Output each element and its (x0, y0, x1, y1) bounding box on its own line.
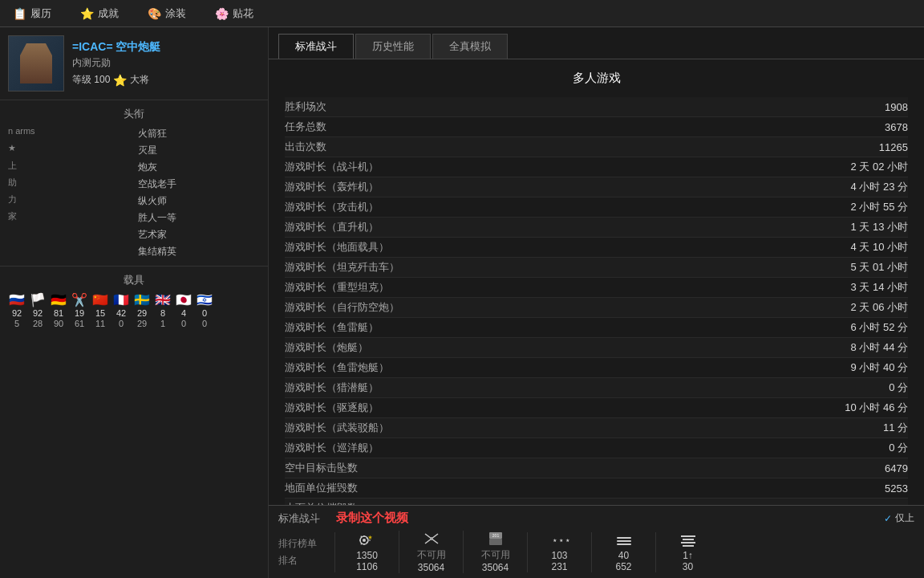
stat-label: 游戏时长（鱼雷艇） (285, 320, 379, 335)
flag-top-num: 29 (133, 308, 151, 318)
title-right-7: 艺术家 (138, 227, 260, 242)
flag-bot-num: 0 (175, 319, 192, 328)
table-row: 游戏时长（武装驳船） 11 分 (285, 418, 908, 438)
nav-paint[interactable]: 🎨 涂装 (141, 3, 192, 24)
bars-icon (614, 532, 634, 548)
flag-icon: 🇬🇧 (155, 292, 171, 307)
stat-value: 5253 (885, 482, 908, 495)
flag-top-num: 92 (8, 308, 26, 318)
stat-label: 地面单位摧毁数 (285, 481, 358, 495)
svg-rect-10 (617, 537, 631, 539)
flag-top-num: 81 (50, 308, 67, 318)
svg-rect-12 (617, 543, 631, 545)
table-row: 游戏时长（鱼雷炮艇） 9 小时 40 分 (285, 358, 908, 378)
rank-col-5-rank: 652 (615, 561, 631, 572)
stat-label: 游戏时长（武装驳船） (285, 421, 389, 435)
stat-value: 4 小时 23 分 (850, 180, 908, 194)
table-row: 游戏时长（地面载具） 4 天 10 小时 (285, 238, 908, 258)
flag-item: 🇯🇵 4 0 (175, 292, 192, 328)
rank-col-2-lb: 不可用 (417, 548, 446, 562)
rank-col-4-rank: 231 (551, 561, 567, 572)
left-panel: =ICAC= 空中炮艇 内测元勋 等级 100 ⭐ 大将 头衔 n arms 火… (0, 27, 269, 578)
table-row: 水面单位摧毁数 1156 (285, 499, 908, 505)
stat-label: 游戏时长（巡洋舰） (285, 441, 379, 455)
avatar (8, 35, 64, 92)
flag-top-num: 0 (196, 308, 213, 318)
flag-bot-num: 1 (154, 319, 172, 328)
flag-item: 🏳️ 92 28 (29, 292, 47, 328)
title-left-7 (8, 227, 130, 242)
stat-value: 1908 (885, 101, 908, 113)
top-navigation: 📋 履历 ⭐ 成就 🎨 涂装 🌸 贴花 (0, 0, 924, 27)
nav-achievements[interactable]: ⭐ 成就 (74, 3, 125, 24)
table-row: 游戏时长（轰炸机） 4 小时 23 分 (285, 177, 908, 197)
player-tag: =ICAC= (72, 40, 113, 53)
svg-rect-16 (683, 545, 694, 547)
stat-value: 8 小时 44 分 (850, 340, 908, 355)
flag-icon: 🇸🇪 (134, 292, 150, 307)
player-callsign: =ICAC= 空中炮艇 (72, 40, 260, 55)
stat-label: 游戏时长（坦克歼击车） (285, 260, 399, 275)
table-row: 游戏时长（自行防空炮） 2 天 06 小时 (285, 298, 908, 318)
cross-swords-icon (422, 531, 441, 547)
flag-item: 🇬🇧 8 1 (154, 292, 172, 328)
tab-history[interactable]: 历史性能 (355, 34, 431, 59)
table-row: 游戏时长（巡洋舰） 0 分 (285, 438, 908, 458)
player-rank: 等级 100 ⭐ 大将 (72, 73, 260, 87)
title-right-5: 纵火师 (138, 193, 260, 209)
table-row: 游戏时长（炮艇） 8 小时 44 分 (285, 338, 908, 358)
title-left-6: 家 (8, 210, 130, 226)
flag-top-num: 19 (71, 308, 88, 318)
gear-star-icon (358, 532, 377, 548)
stat-value: 0 分 (889, 441, 908, 455)
tab-realistic[interactable]: 全真模拟 (432, 34, 508, 59)
rank-col-1-rank: 1106 (356, 561, 378, 572)
multiplayer-title: 多人游戏 (285, 67, 908, 89)
stat-label: 游戏时长（地面载具） (285, 240, 389, 254)
only-label: ✓ 仅上 (884, 511, 914, 525)
svg-rect-14 (683, 539, 694, 540)
ranking-col-4: ⋆⋆⋆ 103 231 (527, 532, 591, 572)
flag-bot-num: 0 (196, 319, 213, 328)
table-row: 游戏时长（猎潜艇） 0 分 (285, 378, 908, 398)
stat-label: 出击次数 (285, 140, 326, 154)
stat-value: 10 小时 46 分 (845, 401, 908, 415)
flag-bot-num: 90 (50, 319, 67, 328)
std-battle-label: 标准战斗 (278, 511, 320, 526)
ranking-col-5: 40 652 (591, 532, 655, 572)
table-row: 空中目标击坠数 6479 (285, 458, 908, 478)
bottom-bar-top: 标准战斗 录制这个视频 ✓ 仅上 (278, 511, 914, 526)
stats-section: 多人游戏 胜利场次 1908 任务总数 3678 出击次数 11265 游戏时长… (269, 59, 924, 505)
stat-label: 游戏时长（炮艇） (285, 340, 368, 355)
history-icon: 📋 (13, 7, 26, 20)
player-subtitle: 内测元勋 (72, 56, 260, 70)
svg-rect-13 (681, 535, 695, 537)
stat-label: 游戏时长（重型坦克） (285, 280, 389, 295)
nav-paint-label: 涂装 (165, 6, 186, 21)
flag-top-num: 4 (175, 308, 192, 318)
record-video-button[interactable]: 录制这个视频 (336, 511, 408, 526)
stat-value: 6 小时 52 分 (850, 320, 908, 335)
flag-bot-num: 28 (29, 319, 47, 328)
nav-history-label: 履历 (30, 6, 51, 21)
flag-icon: 🇯🇵 (176, 292, 192, 307)
svg-point-1 (363, 539, 366, 542)
rank-col-4-lb: 103 (551, 550, 567, 561)
nav-history[interactable]: 📋 履历 (6, 3, 58, 24)
svg-rect-15 (681, 542, 695, 543)
nav-decal[interactable]: 🌸 贴花 (209, 3, 260, 24)
tab-standard[interactable]: 标准战斗 (278, 34, 354, 59)
three-stars-icon: ⋆⋆⋆ (550, 532, 569, 548)
table-row: 地面单位摧毁数 5253 (285, 478, 908, 499)
main-layout: =ICAC= 空中炮艇 内测元勋 等级 100 ⭐ 大将 头衔 n arms 火… (0, 27, 924, 578)
ranking-col-1: 1350 1106 (334, 532, 399, 572)
rank-col-6-lb: 1↑ (683, 550, 693, 561)
svg-marker-2 (368, 535, 372, 539)
flag-item: ✂️ 19 61 (71, 292, 88, 328)
title-right-2: 灭星 (138, 143, 260, 158)
stat-value: 1 天 13 小时 (850, 220, 908, 234)
stats-table: 胜利场次 1908 任务总数 3678 出击次数 11265 游戏时长（战斗机）… (285, 97, 908, 505)
ranking-col-3: 201 不可用 35064 (463, 531, 527, 573)
stat-label: 游戏时长（轰炸机） (285, 180, 379, 194)
title-right-6: 胜人一等 (138, 210, 260, 226)
